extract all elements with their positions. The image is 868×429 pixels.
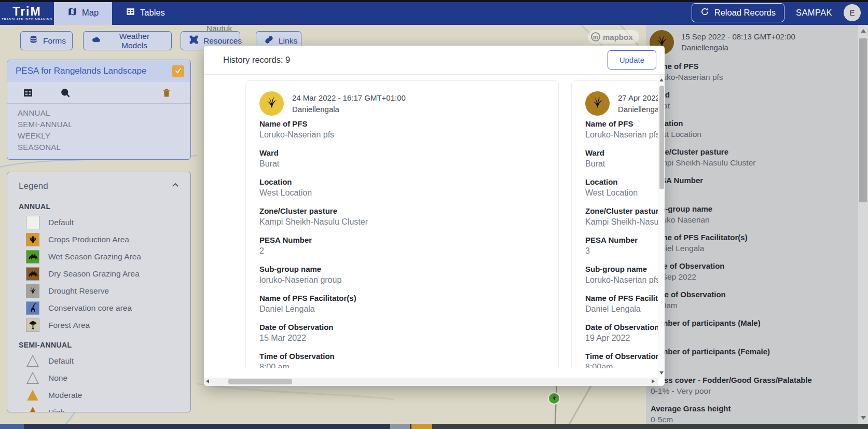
legend-item: Drought Reserve bbox=[7, 282, 190, 299]
bottom-status-bar bbox=[0, 424, 868, 429]
mapbox-attribution[interactable]: m mapbox bbox=[588, 30, 639, 44]
field-label: Zone/Cluster pasture bbox=[651, 147, 854, 157]
field-label: Sub-group name bbox=[259, 264, 545, 274]
field-value: 0-5cm bbox=[651, 414, 854, 424]
triangle-icon bbox=[26, 389, 39, 402]
table-icon[interactable] bbox=[23, 88, 33, 98]
database-icon bbox=[29, 35, 38, 46]
weather-icon bbox=[92, 35, 101, 46]
forms-list-item[interactable]: WEEKLY bbox=[18, 130, 190, 142]
weather-models-button-label: Weather Models bbox=[106, 32, 163, 50]
page-scrollbar[interactable] bbox=[858, 25, 868, 424]
field-label: PESA Number bbox=[651, 175, 854, 186]
record-field: PESA Number bbox=[651, 175, 854, 197]
record-field: Time of Observation 8:00am bbox=[585, 351, 658, 368]
update-button[interactable]: Update bbox=[608, 50, 656, 70]
record-field: Name of PFS Facilitator(s) Daniel Lengal… bbox=[585, 293, 658, 314]
field-value: Kampi Sheikh-Nasulu Cluster bbox=[585, 216, 658, 227]
corn-icon bbox=[26, 233, 39, 246]
search-icon[interactable] bbox=[60, 88, 71, 98]
user-avatar[interactable]: E bbox=[844, 4, 861, 21]
tab-map[interactable]: Map bbox=[54, 0, 112, 25]
mapbox-logo-icon: m bbox=[591, 32, 600, 41]
field-label: Sub-group name bbox=[651, 204, 854, 214]
record-field: Location West Location bbox=[651, 118, 854, 140]
field-label: Zone/Cluster pasture bbox=[585, 206, 658, 216]
record-author: Daniellengala bbox=[618, 104, 658, 115]
check-icon bbox=[174, 66, 182, 76]
field-value: Burat bbox=[585, 158, 658, 169]
refresh-icon bbox=[700, 7, 709, 18]
modal-vscroll-thumb[interactable] bbox=[659, 86, 664, 189]
map-record-marker[interactable] bbox=[548, 392, 560, 405]
record-field: Grass cover - Fodder/Good Grass/Palatabl… bbox=[651, 375, 854, 396]
tab-map-label: Map bbox=[82, 8, 99, 18]
field-value: 8:00am bbox=[585, 362, 658, 368]
grass-icon bbox=[264, 95, 280, 113]
field-value: 19 Apr 2022 bbox=[585, 333, 658, 343]
record-field: Number of participants (Female) bbox=[651, 347, 854, 368]
logo-tagline: TRANSLATE INTO MEANING bbox=[2, 18, 52, 21]
legend-item: Forest Area bbox=[7, 316, 190, 334]
history-record-card: 27 Apr 2022 - 14:11 GMT+02:00 Danielleng… bbox=[571, 80, 658, 368]
reload-records-label: Reload Records bbox=[714, 8, 776, 18]
legend-item-label: None bbox=[48, 373, 67, 383]
scroll-down-arrow-icon[interactable] bbox=[659, 371, 664, 375]
weather-models-button[interactable]: Weather Models bbox=[83, 31, 172, 50]
record-field: Sub-group name loruko-Naserian group bbox=[259, 264, 545, 285]
links-button-label: Links bbox=[279, 36, 297, 46]
mapbox-wordmark: mapbox bbox=[603, 33, 633, 41]
forms-list-item[interactable]: SEMI-ANNUAL bbox=[18, 119, 190, 130]
chevron-up-icon[interactable] bbox=[171, 181, 180, 192]
record-fields: Name of PFS Loruko-Naserian pfs Ward Bur… bbox=[651, 61, 854, 424]
field-value: 3 bbox=[585, 245, 658, 256]
reload-records-button[interactable]: Reload Records bbox=[692, 3, 784, 22]
record-field: Ward Burat bbox=[651, 90, 854, 111]
record-field: Zone/Cluster pasture Kampi Sheikh-Nasulu… bbox=[585, 206, 658, 227]
forms-button[interactable]: Forms bbox=[20, 31, 73, 50]
forms-list-item[interactable]: SEASONAL bbox=[18, 142, 190, 153]
trash-icon[interactable] bbox=[161, 88, 172, 98]
tab-tables[interactable]: Tables bbox=[112, 0, 178, 25]
field-value: Daniel Lengala bbox=[651, 243, 854, 254]
record-field: Name of PFS Facilitator(s) Daniel Lengal… bbox=[259, 293, 545, 314]
modal-vertical-scrollbar[interactable] bbox=[658, 75, 665, 378]
legend-section-annual: ANNUAL bbox=[7, 195, 190, 214]
scroll-down-arrow-icon[interactable] bbox=[861, 416, 866, 420]
field-label: Date of Observation bbox=[651, 261, 854, 271]
legend-item-label: High bbox=[48, 408, 65, 413]
logo-title: TriM bbox=[12, 6, 41, 17]
legend-item-label: Wet Season Grazing Area bbox=[48, 252, 141, 261]
scroll-left-arrow-icon[interactable] bbox=[206, 379, 209, 383]
legend-item: Conservation core area bbox=[7, 299, 190, 316]
modal-horizontal-scrollbar[interactable] bbox=[204, 378, 658, 386]
layer-checkbox[interactable] bbox=[172, 65, 184, 77]
field-label: Name of PFS bbox=[259, 119, 545, 129]
forms-list-item[interactable]: ANNUAL bbox=[18, 107, 190, 119]
grass-avatar-icon bbox=[259, 91, 284, 116]
record-field: Zone/Cluster pasture Kampi Sheikh-Nasulu… bbox=[651, 147, 854, 168]
field-value: 2 bbox=[259, 245, 545, 256]
field-label: Zone/Cluster pasture bbox=[259, 206, 545, 216]
field-label: Name of PFS bbox=[585, 119, 658, 129]
legend-panel: Legend ANNUAL Default Crops Production A… bbox=[7, 172, 191, 412]
trim-logo[interactable]: TriM TRANSLATE INTO MEANING bbox=[0, 0, 54, 25]
modal-hscroll-thumb[interactable] bbox=[228, 379, 292, 384]
scroll-up-arrow-icon[interactable] bbox=[659, 78, 664, 81]
field-label: Location bbox=[651, 118, 854, 129]
modal-body: 24 Mar 2022 - 16:17 GMT+01:00 Danielleng… bbox=[204, 75, 658, 368]
field-value: Daniel Lengala bbox=[259, 303, 545, 314]
triangle-icon bbox=[26, 354, 39, 368]
grass-icon bbox=[550, 394, 558, 404]
scroll-up-arrow-icon[interactable] bbox=[861, 29, 866, 33]
legend-item-label: Drought Reserve bbox=[48, 286, 109, 296]
scroll-right-arrow-icon[interactable] bbox=[652, 379, 655, 383]
page-scrollbar-thumb[interactable] bbox=[859, 38, 867, 202]
record-detail-panel: 15 Sep 2022 - 08:13 GMT+02:00 Danielleng… bbox=[646, 25, 858, 424]
field-value: Loruko-Naserian pfs bbox=[585, 274, 658, 285]
legend-item: None bbox=[7, 369, 190, 386]
record-field: Date of Observation 19 Apr 2022 bbox=[585, 322, 658, 343]
record-field: Date of Observation 15 Sep 2022 bbox=[651, 261, 854, 282]
triangle-icon bbox=[26, 371, 39, 385]
field-value: West Location bbox=[259, 187, 545, 198]
